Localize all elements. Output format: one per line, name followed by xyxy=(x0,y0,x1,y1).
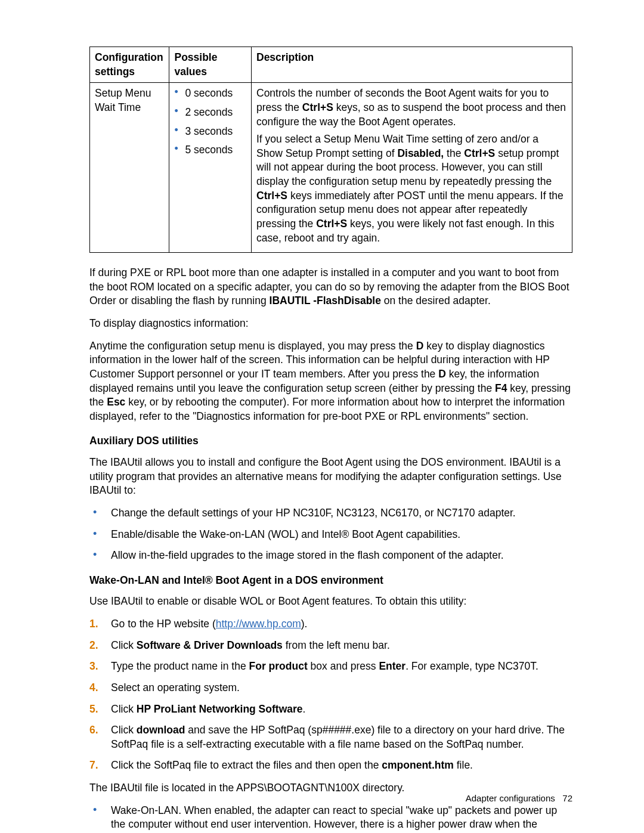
text: Go to the HP website ( xyxy=(111,618,216,630)
filename: cmponent.htm xyxy=(382,759,454,771)
key-combo: Ctrl+S xyxy=(256,190,287,202)
text: file. xyxy=(454,759,473,771)
col-header-config: Configuration settings xyxy=(90,47,169,83)
text: box and press xyxy=(308,660,379,672)
bold-text: HP ProLiant Networking Software xyxy=(137,703,303,715)
key-combo: Ctrl+S xyxy=(302,101,333,113)
text: key, or by rebooting the computer). For … xyxy=(89,396,565,422)
hp-website-link[interactable]: http://www.hp.com xyxy=(216,618,301,630)
text: . xyxy=(303,703,306,715)
document-page: Configuration settings Possible values D… xyxy=(0,0,644,833)
step-item: Go to the HP website (http://www.hp.com)… xyxy=(89,617,572,631)
list-item: 3 seconds xyxy=(174,125,246,139)
step-item: Type the product name in the For product… xyxy=(89,659,572,674)
cell-description: Controls the number of seconds the Boot … xyxy=(252,83,572,253)
heading-wol: Wake-On-LAN and Intel® Boot Agent in a D… xyxy=(89,574,572,588)
possible-values-list: 0 seconds 2 seconds 3 seconds 5 seconds xyxy=(174,86,246,157)
body-paragraph: Anytime the configuration setup menu is … xyxy=(89,339,572,424)
list-item: 0 seconds xyxy=(174,86,246,101)
col-header-values: Possible values xyxy=(169,47,252,83)
text: on the desired adapter. xyxy=(381,295,491,306)
text: ). xyxy=(301,618,308,630)
step-item: Click HP ProLiant Networking Software. xyxy=(89,702,572,717)
text: Click the SoftPaq file to extract the fi… xyxy=(111,759,382,771)
text: Type the product name in the xyxy=(111,660,249,672)
key: D xyxy=(438,368,446,380)
body-paragraph: The IBAUtil allows you to install and co… xyxy=(89,456,572,498)
step-item: Click Software & Driver Downloads from t… xyxy=(89,639,572,653)
text: Click xyxy=(111,724,137,736)
text: Anytime the configuration setup menu is … xyxy=(89,340,416,352)
features-list: Wake-On-LAN. When enabled, the adapter c… xyxy=(89,804,572,833)
list-item: 5 seconds xyxy=(174,143,246,157)
body-paragraph: Use IBAUtil to enable or disable WOL or … xyxy=(89,594,572,609)
body-paragraph: If during PXE or RPL boot more than one … xyxy=(89,266,572,308)
description-paragraph: If you select a Setup Menu Wait Time set… xyxy=(256,132,567,245)
table-header-row: Configuration settings Possible values D… xyxy=(90,47,572,83)
text: the xyxy=(444,147,464,159)
page-footer: Adapter configurations 72 xyxy=(466,793,572,803)
body-paragraph: To display diagnostics information: xyxy=(89,317,572,331)
table-row: Setup Menu Wait Time 0 seconds 2 seconds… xyxy=(90,83,572,253)
list-item: Enable/disable the Wake-on-LAN (WOL) and… xyxy=(89,528,572,542)
bold-text: download xyxy=(137,724,185,736)
list-item: 2 seconds xyxy=(174,106,246,120)
cell-values: 0 seconds 2 seconds 3 seconds 5 seconds xyxy=(169,83,252,253)
list-item: Allow in-the-field upgrades to the image… xyxy=(89,549,572,563)
key: Esc xyxy=(107,396,125,408)
cell-setting: Setup Menu Wait Time xyxy=(90,83,169,253)
bold-text: Software & Driver Downloads xyxy=(137,639,283,651)
text: Click xyxy=(111,639,137,651)
text: Click xyxy=(111,703,137,715)
key-combo: Ctrl+S xyxy=(316,218,347,230)
bold-text: Disabled, xyxy=(397,147,444,159)
key-combo: Ctrl+S xyxy=(464,147,495,159)
list-item: Change the default settings of your HP N… xyxy=(89,506,572,521)
step-item: Click the SoftPaq file to extract the fi… xyxy=(89,758,572,773)
config-settings-table: Configuration settings Possible values D… xyxy=(89,47,572,253)
page-number: 72 xyxy=(562,793,572,803)
ibautil-uses-list: Change the default settings of your HP N… xyxy=(89,506,572,563)
description-paragraph: Controls the number of seconds the Boot … xyxy=(256,86,567,129)
obtain-utility-steps: Go to the HP website (http://www.hp.com)… xyxy=(89,617,572,773)
key: F4 xyxy=(495,382,507,394)
col-header-description: Description xyxy=(252,47,572,83)
step-item: Click download and save the HP SoftPaq (… xyxy=(89,723,572,751)
heading-aux-dos: Auxiliary DOS utilities xyxy=(89,434,572,448)
key: D xyxy=(416,340,424,352)
text: from the left menu bar. xyxy=(283,639,390,651)
footer-label: Adapter configurations xyxy=(466,793,555,803)
step-item: Select an operating system. xyxy=(89,681,572,695)
command-text: IBAUTIL -FlashDisable xyxy=(270,295,381,306)
list-item: Wake-On-LAN. When enabled, the adapter c… xyxy=(89,804,572,833)
text: . For example, type NC370T. xyxy=(405,660,538,672)
key: Enter xyxy=(379,660,405,672)
bold-text: For product xyxy=(249,660,308,672)
